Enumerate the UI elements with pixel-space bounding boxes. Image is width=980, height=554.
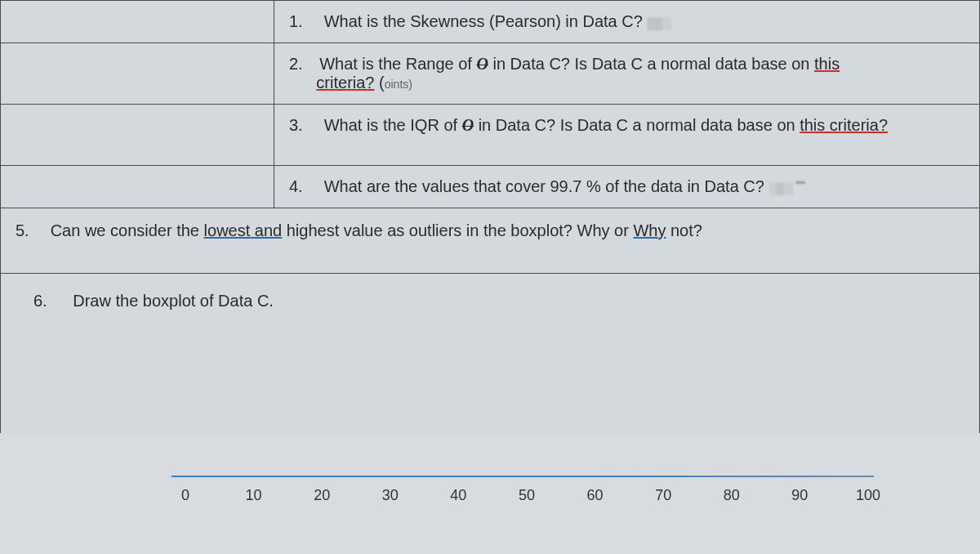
axis-tick: 90 (787, 487, 812, 504)
question-number: 2. (289, 55, 310, 74)
table-row: 4. What are the values that cover 99.7 %… (1, 166, 980, 208)
axis-tick: 0 (173, 487, 198, 504)
question-text-part: Can we consider the (51, 221, 204, 239)
cell-left-q3 (1, 105, 274, 166)
question-text-part: What is the IQR of (324, 116, 462, 134)
cell-q5: 5. Can we consider the lowest and highes… (1, 208, 980, 274)
cell-q3: 3. What is the IQR of O in Data C? Is Da… (274, 105, 980, 166)
question-number: 3. (289, 116, 310, 135)
axis-tick: 60 (583, 487, 608, 504)
smudge-icon: ░▒░ ▔ (768, 181, 805, 194)
question-text: What is the Skewness (Pearson) in Data C… (324, 12, 643, 30)
cell-q2: 2. What is the Range of O in Data C? Is … (274, 43, 980, 105)
axis-tick: 70 (651, 487, 675, 504)
cell-left-q1 (1, 1, 274, 43)
sigma-symbol: O (462, 116, 474, 134)
table-row: 2. What is the Range of O in Data C? Is … (1, 43, 980, 105)
underlined-text: criteria? (316, 74, 374, 92)
questions-table: 1. What is the Skewness (Pearson) in Dat… (0, 0, 980, 433)
question-text: What are the values that cover 99.7 % of… (324, 177, 764, 195)
question-number: 6. (33, 292, 55, 311)
axis-tick: 100 (856, 487, 880, 504)
question-number: 1. (289, 12, 310, 31)
sigma-symbol: O (476, 55, 488, 73)
underlined-text: lowest (204, 221, 255, 239)
question-text-part: not? (666, 221, 702, 239)
question-text-part: in Data C? Is Data C a normal data base … (474, 116, 800, 134)
axis-tick: 40 (446, 487, 470, 504)
question-number: 4. (289, 177, 310, 196)
underlined-text: and (255, 221, 282, 239)
cell-left-q4 (1, 166, 274, 208)
underlined-text: this criteria? (800, 116, 888, 134)
question-text-part: highest value as outliers in the boxplot… (282, 221, 633, 239)
worksheet-page: 1. What is the Skewness (Pearson) in Dat… (0, 0, 980, 554)
table-row: 3. What is the IQR of O in Data C? Is Da… (1, 105, 980, 166)
question-text: Draw the boxplot of Data C. (73, 292, 274, 310)
axis-line (172, 476, 874, 477)
underlined-text: this (814, 55, 840, 73)
underlined-text: Why (633, 221, 666, 239)
cell-q6: 6. Draw the boxplot of Data C. (1, 274, 980, 434)
table-row: 5. Can we consider the lowest and highes… (1, 208, 980, 274)
smudge-icon: ▒▒░ (647, 16, 671, 29)
axis-tick: 30 (378, 487, 403, 504)
axis-tick: 50 (514, 487, 539, 504)
cell-left-q2 (1, 43, 274, 105)
question-text-part: ( (374, 74, 384, 92)
axis-labels: 0 10 20 30 40 50 60 70 80 90 100 (172, 487, 882, 504)
cell-q4: 4. What are the values that cover 99.7 %… (274, 166, 980, 208)
axis-tick: 10 (242, 487, 266, 504)
question-text-part: in Data C? Is Data C a normal data base … (488, 55, 814, 73)
question-text-part: What is the Range of (319, 55, 476, 73)
blurred-text: oints) (385, 78, 412, 91)
number-axis: 0 10 20 30 40 50 60 70 80 90 100 (172, 476, 882, 508)
question-number: 5. (16, 221, 37, 240)
axis-tick: 80 (719, 487, 744, 504)
axis-tick: 20 (310, 487, 334, 504)
table-row: 6. Draw the boxplot of Data C. (1, 274, 980, 434)
table-row: 1. What is the Skewness (Pearson) in Dat… (1, 1, 980, 43)
cell-q1: 1. What is the Skewness (Pearson) in Dat… (274, 1, 980, 43)
